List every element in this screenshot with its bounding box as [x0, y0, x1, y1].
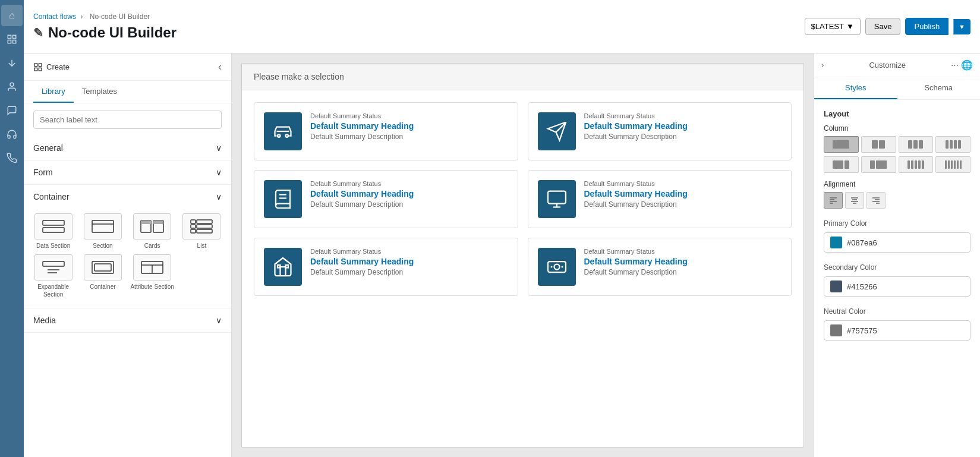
accordion-general-header[interactable]: General ∨ [24, 136, 231, 160]
tab-templates[interactable]: Templates [74, 81, 125, 103]
card-icon-monitor [538, 180, 576, 218]
cards-grid: Default Summary Status Default Summary H… [242, 90, 803, 308]
card-2-status: Default Summary Status [584, 112, 688, 119]
home-icon[interactable]: ⌂ [1, 5, 23, 26]
accordion-container-header[interactable]: Container ∨ [24, 185, 231, 209]
accordion-media-label: Media [33, 316, 56, 325]
column-6-option[interactable] [935, 156, 970, 173]
expandable-section-icon [34, 254, 73, 280]
neutral-color-input[interactable]: #757575 [824, 320, 970, 341]
summary-card-1[interactable]: Default Summary Status Default Summary H… [254, 102, 518, 160]
right-panel: › Customize ⋯ 🌐 Styles Schema Layout Col… [814, 53, 980, 457]
accordion-container-chevron: ∨ [216, 192, 222, 201]
card-5-content: Default Summary Status Default Summary H… [310, 248, 414, 276]
primary-color-value: #087ea6 [847, 238, 877, 247]
svg-rect-28 [94, 264, 111, 271]
nav-icon-3[interactable] [1, 52, 23, 74]
container-comp-icon [84, 254, 122, 280]
summary-card-2[interactable]: Default Summary Status Default Summary H… [528, 102, 792, 160]
svg-rect-24 [43, 261, 64, 266]
align-center-icon [850, 196, 859, 205]
component-cards[interactable]: Cards [130, 213, 175, 250]
accordion-media: Media ∨ [24, 308, 231, 333]
svg-rect-3 [13, 40, 16, 43]
column-2-option[interactable] [861, 136, 896, 153]
column-1-option[interactable] [824, 136, 859, 153]
summary-card-3[interactable]: Default Summary Status Default Summary H… [254, 170, 518, 228]
column-3-option[interactable] [899, 136, 934, 153]
svg-rect-23 [197, 229, 212, 233]
save-button[interactable]: Save [865, 18, 901, 35]
secondary-color-input[interactable]: #415266 [824, 276, 970, 297]
list-label: List [197, 242, 207, 250]
breadcrumb-parent[interactable]: Contact flows [33, 12, 76, 21]
accordion-general: General ∨ [24, 136, 231, 160]
card-6-content: Default Summary Status Default Summary H… [584, 248, 688, 276]
column-5-option[interactable] [899, 156, 934, 173]
nav-icon-5[interactable] [1, 100, 23, 121]
publish-button[interactable]: Publish [905, 18, 949, 35]
nav-icon-4[interactable] [1, 76, 23, 97]
search-input[interactable] [33, 111, 222, 129]
primary-color-label: Primary Color [824, 219, 970, 228]
secondary-color-swatch [830, 280, 842, 292]
right-panel-dots[interactable]: ⋯ [951, 61, 959, 70]
component-list[interactable]: List [179, 213, 224, 250]
card-icon-plane [538, 112, 576, 150]
left-navigation: ⌂ [0, 0, 24, 457]
book-icon [272, 188, 294, 210]
phone-icon[interactable] [1, 147, 23, 169]
column-left-heavy[interactable] [824, 156, 859, 173]
svg-rect-11 [43, 228, 64, 232]
align-left-btn[interactable] [824, 192, 843, 209]
column-right-heavy[interactable] [861, 156, 896, 173]
collapse-icon[interactable]: ‹ [218, 61, 222, 73]
accordion-form: Form ∨ [24, 160, 231, 185]
alignment-row [824, 192, 970, 209]
version-label: $LATEST [811, 22, 844, 31]
svg-rect-12 [92, 220, 114, 232]
component-attribute-section[interactable]: Attribute Section [130, 254, 175, 298]
svg-rect-2 [8, 40, 11, 43]
create-label: Create [33, 62, 70, 72]
header-right: $LATEST ▼ Save Publish ▼ [805, 18, 970, 35]
summary-card-5[interactable]: Default Summary Status Default Summary H… [254, 238, 518, 296]
svg-point-33 [286, 134, 289, 137]
card-icon-building [264, 248, 302, 286]
globe-icon[interactable]: 🌐 [961, 59, 973, 71]
component-expandable-section[interactable]: Expandable Section [31, 254, 75, 298]
column-4-option[interactable] [935, 136, 970, 153]
accordion-form-header[interactable]: Form ∨ [24, 160, 231, 184]
summary-card-4[interactable]: Default Summary Status Default Summary H… [528, 170, 792, 228]
neutral-color-swatch [830, 324, 842, 336]
data-section-icon [34, 213, 73, 239]
component-data-section[interactable]: Data Section [31, 213, 75, 250]
align-center-btn[interactable] [845, 192, 864, 209]
summary-card-6[interactable]: Default Summary Status Default Summary H… [528, 238, 792, 296]
tab-library[interactable]: Library [33, 81, 74, 103]
tab-schema[interactable]: Schema [897, 77, 981, 99]
svg-point-32 [278, 134, 281, 137]
component-section[interactable]: Section [80, 213, 125, 250]
version-button[interactable]: $LATEST ▼ [805, 18, 861, 35]
accordion-media-header[interactable]: Media ∨ [24, 308, 231, 332]
primary-color-input[interactable]: #087ea6 [824, 232, 970, 253]
component-container[interactable]: Container [80, 254, 125, 298]
search-box [33, 111, 222, 129]
sidebar-tabs: Library Templates [24, 81, 231, 103]
right-panel-chevron[interactable]: › [821, 61, 824, 70]
card-6-status: Default Summary Status [584, 248, 688, 255]
page-title: ✎ No-code UI Builder [33, 24, 177, 41]
pencil-icon: ✎ [33, 26, 43, 40]
tab-styles[interactable]: Styles [814, 77, 897, 99]
attribute-section-svg [139, 259, 165, 276]
content-area: Create ‹ Library Templates General ∨ [24, 53, 980, 457]
publish-dropdown-button[interactable]: ▼ [953, 19, 970, 34]
headset-icon[interactable] [1, 124, 23, 145]
nav-icon-2[interactable] [1, 29, 23, 50]
card-6-desc: Default Summary Description [584, 268, 688, 276]
align-right-btn[interactable] [866, 192, 886, 209]
svg-rect-0 [8, 35, 11, 38]
cards-svg [139, 218, 165, 235]
card-3-content: Default Summary Status Default Summary H… [310, 180, 414, 209]
